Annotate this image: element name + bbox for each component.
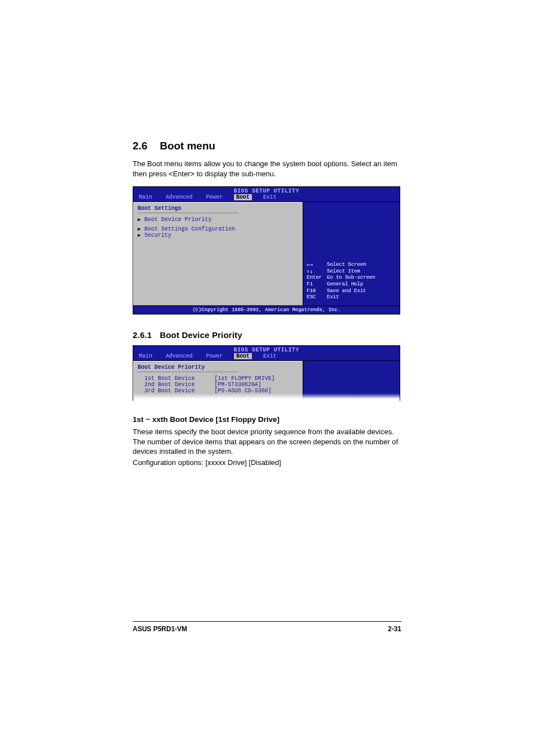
bios-pane-heading: Boot Settings xyxy=(138,205,298,212)
help-line: ↑↓Select Item xyxy=(307,269,396,275)
config-options: Configuration options: [xxxxx Drive] [Di… xyxy=(133,458,401,468)
page-content: 2.6Boot menu The Boot menu items allow y… xyxy=(133,140,401,475)
bios-title: BIOS SETUP UTILITY xyxy=(133,346,400,353)
bios-help-pane xyxy=(303,361,400,400)
bios-tab-power[interactable]: Power xyxy=(204,194,225,200)
bios-tab-advanced[interactable]: Advanced xyxy=(163,194,195,200)
bios-tabs: Main Advanced Power Boot Exit xyxy=(133,353,400,360)
bios-title: BIOS SETUP UTILITY xyxy=(133,187,400,194)
divider xyxy=(138,213,238,213)
submenu-arrow-icon: ▶ xyxy=(138,217,144,223)
help-text: Select Screen xyxy=(327,262,366,269)
bios-setting-row[interactable]: 1st Boot Device [1st FLOPPY DRIVE] xyxy=(138,375,298,382)
bios-tab-power[interactable]: Power xyxy=(204,353,225,359)
setting-value: [PM-ST330620A] xyxy=(214,382,298,388)
footer-page-number: 2-31 xyxy=(388,625,401,633)
bios-item-label: Security xyxy=(144,232,298,238)
bios-tab-exit[interactable]: Exit xyxy=(261,353,279,359)
setting-label: 3rd Boot Device xyxy=(144,388,214,394)
help-line: F1General Help xyxy=(307,281,396,288)
bios-tab-main[interactable]: Main xyxy=(137,194,154,200)
bios-item-label: Boot Settings Configuration xyxy=(144,226,298,232)
help-key: ESC xyxy=(307,294,327,301)
bios-tabs: Main Advanced Power Boot Exit xyxy=(133,194,400,201)
submenu-arrow-icon: ▶ xyxy=(138,226,144,232)
footer-product: ASUS P5RD1-VM xyxy=(133,625,187,633)
section-number: 2.6 xyxy=(133,140,147,152)
help-line: ←→Select Screen xyxy=(307,262,396,269)
bios-tab-exit[interactable]: Exit xyxy=(261,194,279,200)
bios-help-pane: ←→Select Screen ↑↓Select Item EnterGo to… xyxy=(303,202,400,306)
bios-left-pane: Boot Device Priority 1st Boot Device [1s… xyxy=(133,361,303,400)
setting-value: [PS-ASUS CD-S360] xyxy=(214,388,298,394)
help-line: ESCExit xyxy=(307,294,396,301)
help-key: F10 xyxy=(307,288,327,295)
help-text: Save and Exit xyxy=(327,288,366,295)
help-key: ←→ xyxy=(307,262,327,269)
bios-tab-boot[interactable]: Boot xyxy=(234,194,252,200)
section-intro: The Boot menu items allow you to change … xyxy=(133,159,401,179)
help-text: Select Item xyxy=(327,269,360,275)
section-title-text: Boot menu xyxy=(160,140,215,152)
bios-body: Boot Device Priority 1st Boot Device [1s… xyxy=(133,360,400,400)
setting-value: [1st FLOPPY DRIVE] xyxy=(214,375,298,382)
setting-label: 2nd Boot Device xyxy=(144,382,214,388)
bios-screenshot-boot-menu: BIOS SETUP UTILITY Main Advanced Power B… xyxy=(133,186,400,314)
help-key: Enter xyxy=(307,275,327,281)
bios-setting-row[interactable]: 2nd Boot Device [PM-ST330620A] xyxy=(138,382,298,388)
bios-menu-item[interactable]: ▶ Boot Settings Configuration xyxy=(138,226,298,232)
bios-setting-row[interactable]: 3rd Boot Device [PS-ASUS CD-S360] xyxy=(138,388,298,394)
subsection-number: 2.6.1 xyxy=(133,330,152,340)
divider xyxy=(138,372,238,372)
bios-left-pane: Boot Settings ▶ Boot Device Priority ▶ B… xyxy=(133,202,303,306)
bios-menu-item[interactable]: ▶ Security xyxy=(138,232,298,238)
bios-tab-boot[interactable]: Boot xyxy=(234,353,252,359)
subsection-title-text: Boot Device Priority xyxy=(160,330,242,340)
bios-screenshot-boot-priority: BIOS SETUP UTILITY Main Advanced Power B… xyxy=(133,345,400,401)
section-heading: 2.6Boot menu xyxy=(133,140,401,152)
bios-tab-advanced[interactable]: Advanced xyxy=(163,353,195,359)
help-key: ↑↓ xyxy=(307,269,327,275)
submenu-arrow-icon: ▶ xyxy=(138,232,144,238)
subsection-heading: 2.6.1Boot Device Priority xyxy=(133,330,401,340)
help-text: General Help xyxy=(327,281,363,288)
help-text: Exit xyxy=(327,294,339,301)
bios-menu-item[interactable]: ▶ Boot Device Priority xyxy=(138,217,298,223)
bios-copyright: (C)Copyright 1985-2002, American Megatre… xyxy=(133,306,400,314)
bios-pane-heading: Boot Device Priority xyxy=(138,364,298,370)
help-key: F1 xyxy=(307,281,327,288)
help-line: F10Save and Exit xyxy=(307,288,396,295)
config-item-heading: 1st ~ xxth Boot Device [1st Floppy Drive… xyxy=(133,415,401,424)
help-text: Go to Sub-screen xyxy=(327,275,375,281)
page-footer: ASUS P5RD1-VM 2-31 xyxy=(133,621,401,633)
bios-item-label: Boot Device Priority xyxy=(144,217,298,223)
setting-label: 1st Boot Device xyxy=(144,375,214,382)
bios-tab-main[interactable]: Main xyxy=(137,353,154,359)
bios-body: Boot Settings ▶ Boot Device Priority ▶ B… xyxy=(133,201,400,306)
help-line: EnterGo to Sub-screen xyxy=(307,275,396,281)
config-item-body: These items specify the boot device prio… xyxy=(133,427,401,457)
